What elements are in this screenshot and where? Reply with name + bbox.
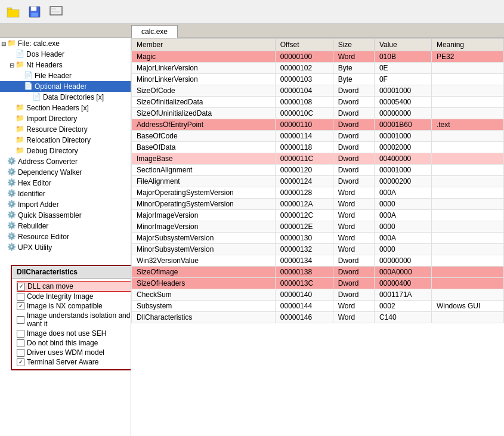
popup-item-nx-compat[interactable]: ✓Image is NX compatible (17, 301, 131, 311)
tool-icon: ⚙️ (7, 189, 17, 199)
checkbox-nx-compat[interactable]: ✓ (17, 302, 24, 310)
tree-item-section-headers[interactable]: 📁Section Headers [x] (0, 103, 131, 113)
cell-offset: 00000108 (275, 97, 333, 108)
table-row[interactable]: Magic00000100Word010BPE32 (132, 51, 504, 63)
tab-calc-exe[interactable]: calc.exe (131, 25, 178, 38)
table-row[interactable]: SizeOfInitializedData00000108Dword000054… (132, 97, 504, 108)
table-row[interactable]: SizeOfHeaders0000013CDword00000400 (132, 278, 504, 289)
table-row[interactable]: MajorLinkerVersion00000102Byte0E (132, 63, 504, 74)
cell-size: Dword (333, 289, 374, 301)
tree-toggle[interactable]: ⊟ (0, 41, 7, 47)
cell-offset: 0000010C (275, 108, 333, 119)
cell-value: 0000 (374, 244, 431, 255)
cell-size: Dword (333, 165, 374, 176)
table-row[interactable]: MajorSubsystemVersion00000130Word000A (132, 233, 504, 244)
tree-item-data-directories[interactable]: 📄Data Directories [x] (0, 92, 131, 103)
cell-member: CheckSum (132, 289, 276, 301)
table-row[interactable]: DllCharacteristics00000146WordC140 (132, 312, 504, 323)
table-row[interactable]: BaseOfData00000118Dword00002000 (132, 142, 504, 153)
cell-meaning (431, 221, 503, 233)
cell-member: MajorSubsystemVersion (132, 233, 276, 244)
tree-item-upx-utility[interactable]: ⚙️UPX Utility (0, 242, 131, 253)
table-row[interactable]: MinorOperatingSystemVersion0000012AWord0… (132, 199, 504, 210)
cell-member: SizeOfUninitializedData (132, 108, 276, 119)
tree-item-address-converter[interactable]: ⚙️Address Converter (0, 156, 131, 167)
table-row[interactable]: SizeOfUninitializedData0000010CDword0000… (132, 108, 504, 119)
checkbox-no-seh[interactable] (17, 330, 24, 338)
table-row[interactable]: AddressOfEntryPoint00000110Dword00001B60… (132, 119, 504, 131)
popup-item-isolation[interactable]: Image understands isolation and doesn't … (17, 311, 131, 329)
table-row[interactable]: SizeOfImage00000138Dword000A0000 (132, 267, 504, 278)
tree-item-relocation-directory[interactable]: 📁Relocation Directory (0, 135, 131, 146)
table-row[interactable]: MajorOperatingSystemVersion00000128Word0… (132, 187, 504, 199)
checkbox-dll-can-move[interactable]: ✓ (17, 283, 25, 290)
table-row[interactable]: ImageBase0000011CDword00400000 (132, 153, 504, 165)
tree-label: Rebuilder (18, 222, 48, 230)
cell-size: Word (333, 244, 374, 255)
tree-item-import-directory[interactable]: 📁Import Directory (0, 113, 131, 124)
cell-size: Byte (333, 74, 374, 85)
tree-item-import-adder[interactable]: ⚙️Import Adder (0, 199, 131, 210)
cell-offset: 00000144 (275, 301, 333, 312)
table-row[interactable]: Win32VersionValue00000134Dword00000000 (132, 255, 504, 267)
cell-member: DllCharacteristics (132, 312, 276, 323)
tree-item-file-calc[interactable]: ⊟📁File: calc.exe (0, 38, 131, 49)
tree-item-quick-disassembler[interactable]: ⚙️Quick Disassembler (0, 210, 131, 221)
table-row[interactable]: Subsystem00000144Word0002Windows GUI (132, 301, 504, 312)
checkbox-label-no-seh: Image does not use SEH (27, 329, 106, 338)
checkbox-no-bind[interactable] (17, 339, 24, 347)
cell-size: Word (333, 199, 374, 210)
tree-item-resource-editor[interactable]: ⚙️Resource Editor (0, 231, 131, 242)
cell-offset: 00000124 (275, 176, 333, 187)
table-row[interactable]: SectionAlignment00000120Dword00001000 (132, 165, 504, 176)
tree-item-dependency-walker[interactable]: ⚙️Dependency Walker (0, 167, 131, 178)
cell-size: Word (333, 233, 374, 244)
table-row[interactable]: FileAlignment00000124Dword00000200 (132, 176, 504, 187)
table-row[interactable]: MajorImageVersion0000012CWord000A (132, 210, 504, 221)
table-row[interactable]: MinorImageVersion0000012EWord0000 (132, 221, 504, 233)
table-row[interactable]: SizeOfCode00000104Dword00001000 (132, 85, 504, 97)
checkbox-isolation[interactable] (17, 316, 24, 324)
tool-icon: ⚙️ (7, 157, 17, 166)
tree-label: File: calc.exe (18, 39, 60, 48)
checkbox-label-nx-compat: Image is NX compatible (27, 302, 103, 310)
tree-item-file-header[interactable]: 📄File Header (0, 70, 131, 81)
open-icon[interactable] (5, 4, 21, 20)
checkbox-terminal-server[interactable]: ✓ (17, 358, 24, 366)
popup-item-wdm[interactable]: Driver uses WDM model (17, 348, 131, 357)
tree-item-identifier[interactable]: ⚙️Identifier (0, 188, 131, 199)
cell-meaning (431, 131, 503, 142)
cell-offset: 00000104 (275, 85, 333, 97)
popup-item-no-bind[interactable]: Do not bind this image (17, 338, 131, 348)
tree-item-hex-editor[interactable]: ⚙️Hex Editor (0, 178, 131, 188)
tree-toggle[interactable]: ⊟ (8, 62, 16, 69)
table-row[interactable]: MinorLinkerVersion00000103Byte0F (132, 74, 504, 85)
tree-item-debug-directory[interactable]: 📁Debug Directory (0, 146, 131, 156)
popup-item-code-integrity[interactable]: Code Integrity Image (17, 292, 131, 301)
svg-rect-7 (51, 11, 60, 13)
table-row[interactable]: MinorSubsystemVersion00000132Word0000 (132, 244, 504, 255)
popup-item-dll-can-move[interactable]: ✓DLL can move (17, 281, 131, 292)
checkbox-code-integrity[interactable] (17, 293, 24, 301)
cell-meaning (431, 210, 503, 221)
cell-value: 00001000 (374, 131, 431, 142)
tree-label: Debug Directory (26, 147, 78, 155)
tree-item-optional-header[interactable]: 📄Optional Header (0, 81, 131, 92)
tree-item-nt-headers[interactable]: ⊟📁Nt Headers (0, 60, 131, 70)
table-row[interactable]: BaseOfCode00000114Dword00001000 (132, 131, 504, 142)
view-icon[interactable] (48, 4, 64, 20)
popup-item-terminal-server[interactable]: ✓Terminal Server Aware (17, 357, 131, 367)
tab-bar: calc.exe (0, 24, 504, 38)
table-row[interactable]: CheckSum00000140Dword0001171A (132, 289, 504, 301)
popup-item-no-seh[interactable]: Image does not use SEH (17, 329, 131, 338)
tree-item-rebuilder[interactable]: ⚙️Rebuilder (0, 221, 131, 231)
svg-rect-4 (31, 13, 38, 17)
cell-value: 00400000 (374, 153, 431, 165)
tree-item-resource-directory[interactable]: 📁Resource Directory (0, 124, 131, 135)
folder-icon: 📁 (16, 103, 25, 113)
save-icon[interactable] (26, 4, 43, 20)
checkbox-wdm[interactable] (17, 349, 24, 357)
cell-offset: 00000103 (275, 74, 333, 85)
cell-member: MinorImageVersion (132, 221, 276, 233)
tree-item-dos-header[interactable]: 📄Dos Header (0, 49, 131, 60)
